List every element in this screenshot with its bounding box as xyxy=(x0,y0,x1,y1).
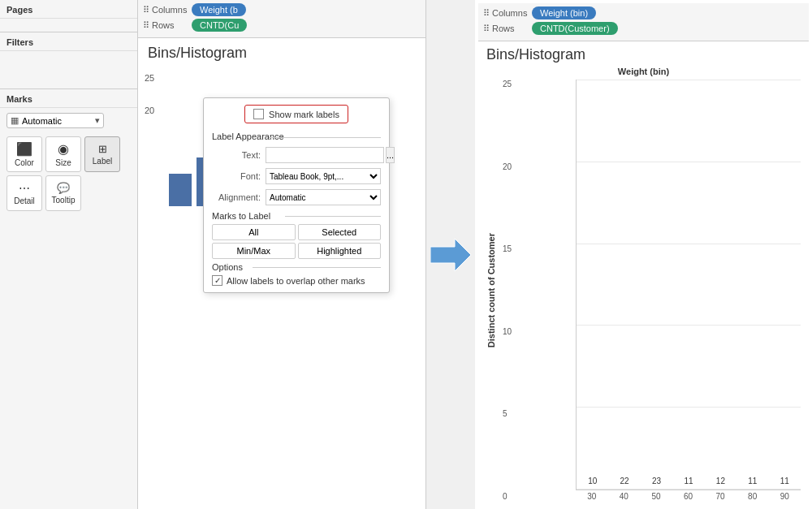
right-shelf-area: ⠿ Columns Weight (bin) ⠿ Rows CNTD(Custo… xyxy=(478,3,809,41)
size-button[interactable]: ◉ Size xyxy=(45,136,81,172)
right-chart-area: Weight (bin) Distinct count of Customer … xyxy=(486,67,801,501)
bar-value-label-4: 12 xyxy=(716,477,725,485)
show-labels-checkbox[interactable] xyxy=(253,109,264,119)
y-tick-10: 10 xyxy=(503,327,512,336)
show-labels-text: Show mark labels xyxy=(269,110,339,119)
text-input[interactable] xyxy=(266,147,384,163)
right-chart-title: Bins/Histogram xyxy=(486,46,801,63)
x-tick-50: 50 xyxy=(643,492,669,501)
rows-grid-icon: ⠿ xyxy=(143,20,149,31)
left-panel: Pages Filters Marks ▦ Automatic ▾ ⬛ Colo… xyxy=(0,0,138,509)
right-columns-icon: ⠿ xyxy=(483,8,490,19)
grid-line-20 xyxy=(577,162,801,162)
marks-to-label-title: Marks to Label xyxy=(212,211,381,221)
x-axis-title: Weight (bin) xyxy=(486,67,801,76)
bar-value-label-0: 10 xyxy=(588,477,597,485)
marks-to-label-section: Marks to Label All Selected Min/Max High… xyxy=(204,208,389,259)
x-axis-ticks: 30405060708090 xyxy=(576,490,801,501)
filters-header: Filters xyxy=(0,32,137,51)
detail-icon: ⋯ xyxy=(19,182,30,195)
y-tick-20: 20 xyxy=(503,162,512,171)
marks-dropdown-area: ▦ Automatic ▾ xyxy=(6,113,131,128)
right-rows-pill[interactable]: CNTD(Customer) xyxy=(532,22,618,35)
marks-section: Marks ▦ Automatic ▾ ⬛ Color ◉ Size ⊞ Lab… xyxy=(0,89,137,509)
x-tick-40: 40 xyxy=(611,492,637,501)
marks-label-grid: All Selected Min/Max Highlighted xyxy=(212,224,381,259)
detail-button[interactable]: ⋯ Detail xyxy=(6,175,42,211)
right-rows-icon: ⠿ xyxy=(483,24,490,34)
marks-type-label: Automatic xyxy=(22,116,62,126)
y-axis-title: Distinct count of Customer xyxy=(486,233,496,347)
middle-panel: ⠿ Columns Weight (b ⠿ Rows CNTD(Cu Bins/… xyxy=(138,0,426,509)
arrow-icon xyxy=(430,239,471,271)
x-tick-80: 80 xyxy=(740,492,766,501)
x-tick-90: 90 xyxy=(771,492,797,501)
detail-label: Detail xyxy=(14,196,35,205)
alignment-form-label: Alignment: xyxy=(212,192,261,202)
middle-y-top: 25 xyxy=(145,73,154,83)
highlighted-marks-button[interactable]: Highlighted xyxy=(298,243,382,259)
dropdown-arrow-icon: ▾ xyxy=(95,115,100,126)
pages-section: Pages xyxy=(0,0,137,32)
svg-marker-0 xyxy=(430,239,471,271)
chart-with-axes: Distinct count of Customer 0 5 10 15 20 … xyxy=(486,80,801,501)
allow-overlap-row: ✓ Allow labels to overlap other marks xyxy=(212,275,381,286)
marks-buttons-area: ⬛ Color ◉ Size ⊞ Label ⋯ Detail 💬 Toolti… xyxy=(0,133,137,214)
alignment-row: Alignment: Automatic xyxy=(204,187,389,208)
allow-overlap-checkbox[interactable]: ✓ xyxy=(212,275,222,286)
rows-shelf-row: ⠿ Rows CNTD(Cu xyxy=(143,19,421,32)
show-mark-labels-button[interactable]: Show mark labels xyxy=(244,105,348,123)
label-btn-label: Label xyxy=(93,157,112,166)
font-select[interactable]: Tableau Book, 9pt,... xyxy=(266,168,381,184)
bar-value-label-1: 22 xyxy=(620,477,629,485)
chart-bars-right: 10222311121111 xyxy=(576,80,801,490)
font-form-label: Font: xyxy=(212,171,261,181)
tooltip-icon: 💬 xyxy=(57,182,70,194)
bar-mid-1 xyxy=(169,174,192,206)
pages-header: Pages xyxy=(0,0,137,19)
columns-grid-icon: ⠿ xyxy=(143,5,149,15)
label-button[interactable]: ⊞ Label xyxy=(84,136,120,172)
color-button[interactable]: ⬛ Color xyxy=(6,136,42,172)
y-tick-25: 25 xyxy=(503,80,512,88)
text-form-label: Text: xyxy=(212,150,261,160)
right-columns-label: ⠿ Columns xyxy=(483,8,532,19)
x-tick-60: 60 xyxy=(676,492,702,501)
middle-y-mid: 20 xyxy=(145,106,154,115)
options-title: Options xyxy=(212,262,381,272)
columns-pill[interactable]: Weight (b xyxy=(192,3,246,16)
minmax-marks-button[interactable]: Min/Max xyxy=(212,243,296,259)
x-tick-70: 70 xyxy=(707,492,733,501)
bar-value-label-2: 23 xyxy=(652,477,661,485)
tooltip-button[interactable]: 💬 Tooltip xyxy=(45,175,81,211)
all-marks-button[interactable]: All xyxy=(212,224,296,240)
grid-line-25 xyxy=(577,80,801,80)
grid-line-0 xyxy=(577,489,801,490)
y-tick-5: 5 xyxy=(503,409,512,418)
y-axis-ticks: 0 5 10 15 20 25 xyxy=(499,80,515,501)
filters-section: Filters xyxy=(0,32,137,89)
bar-value-label-6: 11 xyxy=(780,477,789,485)
chart-plot: 10222311121111 30405060708090 xyxy=(576,80,801,501)
middle-chart-title: Bins/Histogram xyxy=(138,38,425,65)
right-chart-container: Bins/Histogram Weight (bin) Distinct cou… xyxy=(478,41,809,506)
label-appearance-title: Label Appearance xyxy=(204,130,389,145)
alignment-select[interactable]: Automatic xyxy=(266,189,381,205)
y-axis: Distinct count of Customer 0 5 10 15 20 … xyxy=(486,80,576,501)
rows-shelf-label: ⠿ Rows xyxy=(143,20,192,31)
selected-marks-button[interactable]: Selected xyxy=(298,224,382,240)
middle-shelf-area: ⠿ Columns Weight (b ⠿ Rows CNTD(Cu xyxy=(138,0,425,38)
grid-lines xyxy=(577,80,801,490)
marks-type-dropdown[interactable]: ▦ Automatic ▾ xyxy=(6,113,104,128)
grid-line-10 xyxy=(577,325,801,326)
right-columns-pill[interactable]: Weight (bin) xyxy=(532,6,596,19)
color-label: Color xyxy=(15,158,34,167)
color-icon: ⬛ xyxy=(16,141,32,157)
right-rows-shelf-row: ⠿ Rows CNTD(Customer) xyxy=(483,22,804,35)
grid-line-5 xyxy=(577,407,801,408)
rows-pill[interactable]: CNTD(Cu xyxy=(192,19,247,32)
text-more-button[interactable]: ... xyxy=(386,147,395,163)
label-popup: Show mark labels Label Appearance Text: … xyxy=(203,97,390,293)
arrow-container xyxy=(426,0,475,509)
marks-header: Marks xyxy=(0,89,137,108)
